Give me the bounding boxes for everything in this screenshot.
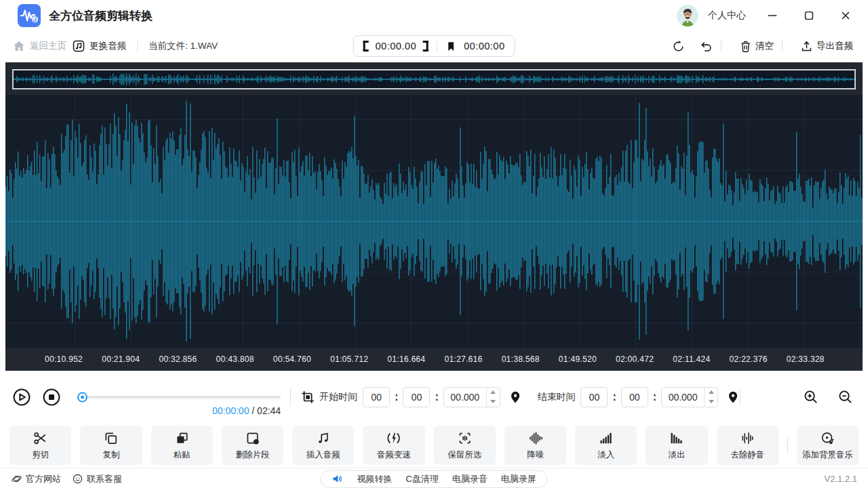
end-hour-input[interactable] [580,387,608,407]
zoom-out-button[interactable] [837,389,853,405]
speed-change-button[interactable]: 音频变速 [363,426,425,465]
divider [782,41,783,52]
overview-strip[interactable] [12,69,856,89]
denoise-button[interactable]: 降噪 [505,426,566,465]
step-up-button[interactable] [705,388,717,397]
close-icon [840,9,852,22]
zoom-out-icon [837,389,853,405]
cut-icon [33,430,48,446]
app-logo-icon [18,4,41,27]
timeline-label: 00:32.856 [159,354,197,364]
stop-button[interactable] [42,388,61,407]
end-time-label: 结束时间 [537,391,575,403]
maximize-icon [803,9,815,22]
stop-icon [42,388,61,407]
timeline-label: 00:10.952 [45,354,83,364]
timeline-label: 01:27.616 [444,354,482,364]
step-up-button[interactable] [487,388,500,397]
close-button[interactable] [835,5,856,26]
wave-canvas[interactable] [5,95,863,348]
redo-icon [672,40,685,53]
location-pin-icon [726,390,740,404]
start-hour-input[interactable] [363,387,390,407]
minimize-button[interactable] [762,5,783,26]
promo-link[interactable]: 电脑录屏 [501,473,536,485]
contact-support-link[interactable]: 联系客服 [72,473,122,485]
start-seconds-box [443,387,500,407]
crop-icon [300,390,315,405]
fade-in-button[interactable]: 淡入 [575,426,637,465]
timeline-label: 01:16.664 [387,354,425,364]
timeline-label: 01:38.568 [502,354,540,364]
total-time: / 02:44 [249,405,281,416]
copy-button[interactable]: 复制 [80,426,142,465]
remove-silence-icon [740,430,755,446]
current-time: 00:00:00 [212,405,250,416]
end-seconds-input[interactable] [662,392,704,403]
clear-button[interactable]: 清空 [736,39,776,54]
maximize-button[interactable] [799,5,819,26]
fade-in-icon [598,430,614,446]
copy-icon [103,430,119,446]
remove-silence-button[interactable]: 去除静音 [717,426,778,465]
promo-link[interactable]: C盘清理 [406,473,438,485]
zoom-in-icon [803,389,818,405]
promo-link[interactable]: 电脑录音 [452,473,488,485]
back-home-button[interactable]: 返回主页 [12,39,66,53]
step-down-button[interactable] [487,397,500,407]
tools-row: 剪切复制粘贴删除片段插入音频音频变速保留所选降噪淡入淡出去除静音添加背景音乐 [0,423,868,468]
insert-audio-icon [315,430,331,446]
overview-canvas[interactable] [14,70,854,88]
footer: 官方网站 联系客服 视频转换C盘清理电脑录音电脑录屏 V2.1.2.1 [0,468,868,488]
timeline-label: 02:22.376 [730,354,768,364]
undo-icon [700,40,713,53]
divider [137,41,138,52]
tools-divider [787,436,788,454]
keep-selection-button[interactable]: 保留所选 [434,426,496,465]
timeline-label: 02:11.424 [673,354,710,364]
waveform-region[interactable] [5,95,863,348]
set-start-pin-button[interactable] [509,390,522,404]
end-minute-input[interactable] [621,387,648,407]
zoom-in-button[interactable] [803,389,818,405]
step-down-button[interactable] [705,397,717,407]
undo-button[interactable] [697,39,715,54]
timeline-label: 02:00.472 [616,354,654,364]
user-center-link[interactable]: 个人中心 [708,9,746,22]
selection-time-value: 00:00.00 [376,41,416,52]
cut-button[interactable]: 剪切 [9,426,71,465]
paste-button[interactable]: 粘贴 [151,426,213,465]
divider [290,388,291,406]
change-audio-button[interactable]: 更换音频 [72,39,126,53]
set-end-pin-button[interactable] [726,390,740,404]
fade-out-button[interactable]: 淡出 [646,426,707,465]
chevron-up-icon [490,390,496,394]
promo-link[interactable]: 视频转换 [357,473,392,485]
keep-selection-icon [457,430,473,446]
seek-slider[interactable]: 00:00:00 / 02:44 [77,371,281,423]
bracket-right-icon [423,41,429,52]
speaker-icon [332,473,343,485]
transport-bar: 00:00:00 / 02:44 开始时间 : : 结束时间 : : [0,371,868,423]
user-avatar[interactable] [677,5,698,26]
play-button[interactable] [12,388,31,407]
official-site-link[interactable]: 官方网站 [11,473,61,485]
delete-segment-button[interactable]: 删除片段 [222,426,283,465]
location-pin-icon [509,390,522,404]
slider-handle[interactable] [77,392,87,402]
redo-button[interactable] [669,39,688,54]
chevron-down-icon [709,400,714,403]
version-label: V2.1.2.1 [825,474,857,484]
timeline-label: 00:54.760 [273,354,311,364]
insert-audio-button[interactable]: 插入音频 [292,426,354,465]
slider-track[interactable] [77,396,281,399]
app-title: 全方位音频剪辑转换 [49,8,153,24]
add-bgm-button[interactable]: 添加背景音乐 [797,426,859,465]
timeline-label: 00:21.904 [102,354,140,364]
selection-time-display: 00:00.00 00:00:00 [353,35,515,57]
start-minute-input[interactable] [403,387,430,407]
timeline-label: 01:49.520 [559,354,597,364]
start-seconds-input[interactable] [444,392,486,403]
export-audio-button[interactable]: 导出音频 [797,39,856,54]
chevron-down-icon [490,400,496,403]
